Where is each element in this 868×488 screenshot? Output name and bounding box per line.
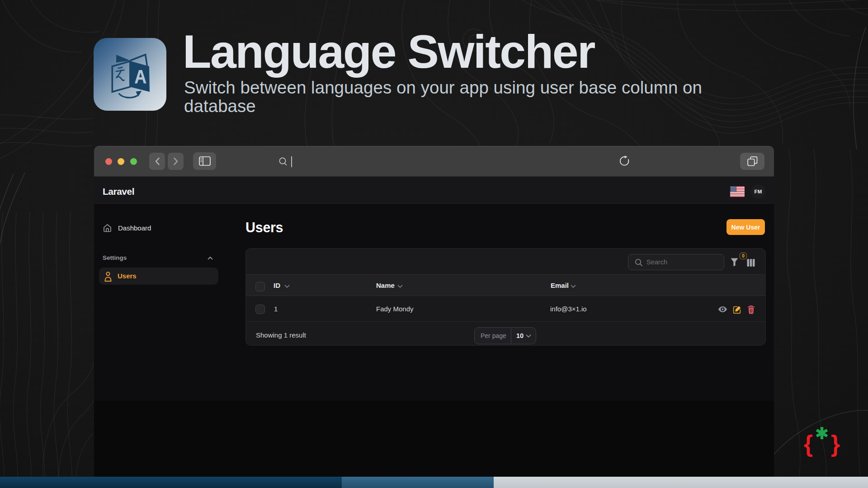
svg-text:{: {	[804, 431, 813, 457]
svg-text:}: }	[831, 431, 840, 457]
